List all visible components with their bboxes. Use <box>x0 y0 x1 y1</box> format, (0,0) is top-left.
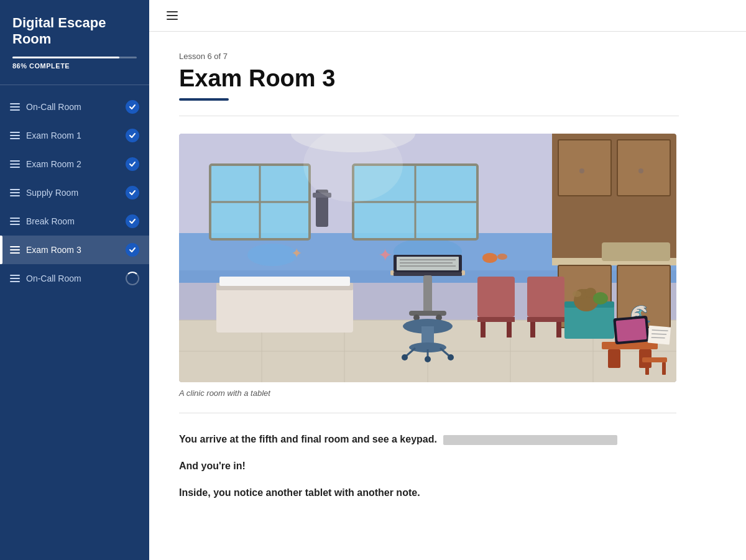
sidebar-item-on-call-room-2[interactable]: On-Call Room <box>0 264 149 293</box>
content-area: Lesson 6 of 7 Exam Room 3 ✦ ✦ <box>149 32 709 538</box>
svg-rect-33 <box>602 242 670 261</box>
check-icon-completed <box>126 214 139 228</box>
sidebar: Digital Escape Room 86% COMPLETE On-Call… <box>0 0 149 560</box>
menu-lines-icon <box>10 132 20 139</box>
svg-rect-41 <box>219 277 350 286</box>
room-illustration: ✦ ✦ <box>179 134 676 382</box>
paragraph-1-text: You arrive at the fifth and final room a… <box>179 434 437 444</box>
svg-rect-53 <box>477 277 515 317</box>
lesson-label: Lesson 6 of 7 <box>179 52 679 61</box>
sidebar-title: Digital Escape Room <box>12 15 137 48</box>
menu-lines-icon <box>10 189 20 196</box>
sidebar-item-exam-room-3[interactable]: Exam Room 3 <box>0 236 149 264</box>
main-content: Lesson 6 of 7 Exam Room 3 ✦ ✦ <box>149 0 746 560</box>
svg-rect-60 <box>556 322 561 337</box>
sidebar-item-label: On-Call Room <box>26 273 126 283</box>
hamburger-button[interactable] <box>164 9 180 22</box>
sidebar-item-label: Exam Room 2 <box>26 159 126 169</box>
check-icon-completed <box>126 186 139 200</box>
svg-point-76 <box>593 292 608 305</box>
sidebar-item-label: Break Room <box>26 216 126 226</box>
svg-rect-49 <box>423 275 432 313</box>
svg-rect-28 <box>558 140 611 196</box>
svg-point-68 <box>425 356 431 362</box>
menu-lines-icon <box>10 160 20 168</box>
svg-rect-78 <box>608 349 620 368</box>
svg-point-9 <box>497 254 507 260</box>
body-text: You arrive at the fifth and final room a… <box>179 431 664 502</box>
menu-lines-icon <box>10 218 20 225</box>
check-icon-completed <box>126 157 139 171</box>
sidebar-item-label: Exam Room 1 <box>26 131 126 140</box>
active-indicator <box>0 236 2 264</box>
image-caption: A clinic room with a tablet <box>179 388 679 398</box>
paragraph-3: Inside, you notice another tablet with a… <box>179 484 664 501</box>
svg-point-8 <box>482 253 497 263</box>
svg-point-30 <box>579 168 584 173</box>
svg-rect-50 <box>409 311 446 316</box>
svg-point-31 <box>638 168 643 173</box>
svg-rect-58 <box>527 317 564 322</box>
title-underline <box>179 98 229 101</box>
check-icon-completed <box>126 100 139 114</box>
sidebar-item-break-room[interactable]: Break Room <box>0 207 149 236</box>
svg-point-3 <box>247 244 297 266</box>
svg-rect-81 <box>616 318 647 342</box>
svg-rect-87 <box>645 362 649 375</box>
sidebar-divider <box>0 85 149 85</box>
sidebar-item-on-call-room-1[interactable]: On-Call Room <box>0 93 149 121</box>
content-divider <box>179 413 676 413</box>
svg-rect-86 <box>642 357 667 362</box>
svg-text:✦: ✦ <box>291 246 302 261</box>
svg-rect-57 <box>527 277 564 317</box>
progress-label: 86% COMPLETE <box>12 62 137 70</box>
page-title: Exam Room 3 <box>179 66 679 92</box>
redacted-text <box>443 435 617 445</box>
sidebar-nav: On-Call Room Exam Room 1 Exam Room 2 Sup… <box>0 90 149 560</box>
section-divider <box>179 116 679 116</box>
sidebar-item-label: Exam Room 3 <box>26 245 126 255</box>
svg-point-67 <box>402 354 408 360</box>
svg-point-69 <box>448 354 454 360</box>
progress-bar-fill <box>12 57 119 58</box>
check-icon-completed <box>126 129 139 142</box>
check-icon-completed <box>126 243 139 257</box>
svg-rect-44 <box>397 257 459 270</box>
menu-lines-icon <box>10 246 20 254</box>
room-image-container: ✦ ✦ <box>179 134 676 382</box>
sidebar-item-exam-room-2[interactable]: Exam Room 2 <box>0 150 149 178</box>
svg-text:✦: ✦ <box>378 246 392 265</box>
menu-lines-icon <box>10 275 20 282</box>
spinner-icon <box>126 272 139 285</box>
svg-point-75 <box>573 291 581 297</box>
sidebar-header: Digital Escape Room 86% COMPLETE <box>0 0 149 80</box>
svg-rect-55 <box>481 322 486 337</box>
menu-lines-icon <box>10 103 20 111</box>
svg-rect-59 <box>530 322 535 337</box>
top-bar <box>149 0 746 32</box>
svg-rect-29 <box>617 140 670 196</box>
sidebar-item-label: On-Call Room <box>26 102 126 112</box>
sidebar-item-exam-room-1[interactable]: Exam Room 1 <box>0 121 149 150</box>
paragraph-2: And you're in! <box>179 457 664 474</box>
sidebar-item-supply-room[interactable]: Supply Room <box>0 178 149 207</box>
svg-rect-88 <box>662 362 666 375</box>
progress-bar-container <box>12 57 137 58</box>
svg-rect-82 <box>648 325 671 344</box>
sidebar-item-label: Supply Room <box>26 188 126 198</box>
paragraph-1: You arrive at the fifth and final room a… <box>179 431 664 448</box>
svg-rect-56 <box>507 322 512 337</box>
svg-rect-54 <box>477 317 515 322</box>
